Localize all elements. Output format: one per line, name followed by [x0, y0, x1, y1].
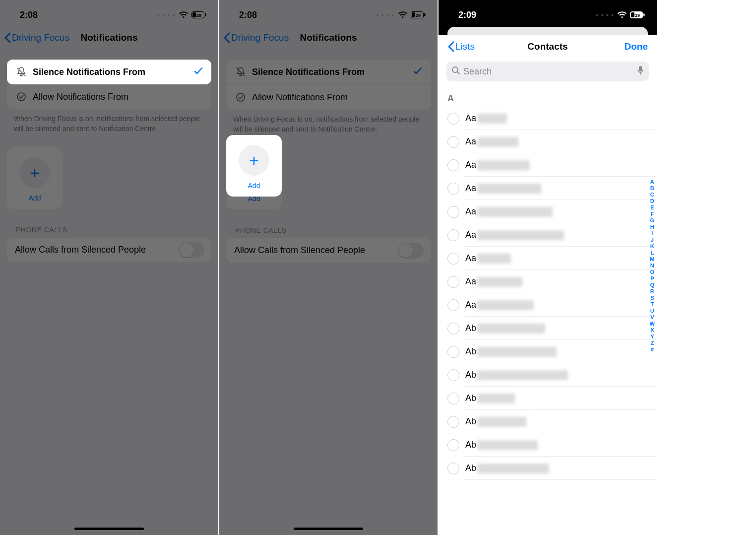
- silence-option-row[interactable]: Silence Notifications From: [226, 60, 431, 85]
- radio-unselected[interactable]: [447, 183, 459, 195]
- back-label: Driving Focus: [12, 32, 69, 43]
- alpha-letter[interactable]: S: [650, 295, 654, 301]
- status-bar: 2:08 • • • • 29: [0, 0, 218, 27]
- radio-unselected[interactable]: [447, 113, 459, 125]
- contacts-title: Contacts: [527, 41, 567, 52]
- alpha-letter[interactable]: K: [650, 243, 654, 249]
- contact-row[interactable]: Aa: [439, 293, 657, 317]
- alpha-letter[interactable]: C: [650, 192, 654, 198]
- contact-row[interactable]: Aa: [439, 177, 657, 200]
- alpha-letter[interactable]: D: [650, 198, 654, 204]
- allow-option-row[interactable]: Allow Notifications From: [7, 84, 211, 109]
- alpha-letter[interactable]: B: [650, 185, 654, 191]
- add-highlight[interactable]: + Add: [226, 135, 282, 197]
- toggle-switch[interactable]: [179, 242, 204, 258]
- back-button[interactable]: Driving Focus: [4, 32, 69, 43]
- contact-row[interactable]: Aa: [439, 223, 657, 247]
- svg-rect-11: [631, 12, 634, 17]
- back-label: Driving Focus: [231, 32, 289, 43]
- alpha-letter[interactable]: J: [651, 237, 654, 243]
- alpha-letter[interactable]: L: [650, 250, 654, 256]
- contact-name: Aa: [465, 136, 518, 147]
- panel-3: 2:09 • • • • 29 Lists Contacts Done Sear…: [439, 0, 657, 535]
- allow-calls-row[interactable]: Allow Calls from Silenced People: [7, 238, 211, 262]
- radio-unselected[interactable]: [447, 136, 459, 148]
- alpha-letter[interactable]: N: [650, 263, 654, 268]
- status-right: • • • • 29: [377, 11, 426, 18]
- contact-name: Aa: [465, 276, 522, 287]
- radio-unselected[interactable]: [447, 416, 459, 428]
- search-input[interactable]: Search: [446, 62, 649, 81]
- alpha-letter[interactable]: T: [650, 301, 654, 307]
- radio-unselected[interactable]: [447, 463, 459, 474]
- allow-option-row[interactable]: Allow Notifications From: [226, 85, 431, 110]
- alpha-letter[interactable]: A: [650, 179, 654, 185]
- status-time: 2:09: [458, 10, 476, 20]
- alpha-index[interactable]: ABCDEFGHIJKLMNOPQRSTUVWXYZ#: [650, 179, 655, 352]
- contact-row[interactable]: Aa: [439, 200, 657, 223]
- alpha-letter[interactable]: #: [651, 346, 654, 352]
- contact-row[interactable]: Aa: [439, 247, 657, 270]
- wifi-icon: [398, 11, 408, 18]
- alpha-letter[interactable]: O: [650, 269, 655, 275]
- add-person-card[interactable]: + Add: [7, 147, 63, 209]
- alpha-letter[interactable]: F: [650, 211, 654, 217]
- contact-name: Ab: [465, 393, 515, 403]
- alpha-letter[interactable]: Z: [650, 340, 654, 346]
- home-indicator: [294, 528, 363, 530]
- alpha-letter[interactable]: P: [650, 275, 654, 281]
- radio-unselected[interactable]: [447, 346, 459, 358]
- alpha-letter[interactable]: H: [650, 224, 654, 230]
- contact-row[interactable]: Aa: [439, 130, 657, 153]
- alpha-letter[interactable]: R: [650, 288, 654, 294]
- radio-unselected[interactable]: [447, 393, 459, 404]
- contact-row[interactable]: Ab: [439, 387, 657, 410]
- svg-text:29: 29: [196, 13, 201, 18]
- radio-unselected[interactable]: [447, 206, 459, 218]
- add-label: Add: [232, 182, 276, 190]
- radio-unselected[interactable]: [447, 439, 459, 451]
- alpha-letter[interactable]: X: [650, 327, 654, 333]
- contact-row[interactable]: Ab: [439, 433, 657, 457]
- alpha-letter[interactable]: W: [650, 321, 655, 327]
- sheet-behind: [439, 27, 657, 35]
- alpha-letter[interactable]: I: [651, 230, 653, 236]
- alpha-letter[interactable]: E: [650, 204, 654, 210]
- svg-rect-1: [192, 12, 196, 17]
- alpha-letter[interactable]: Q: [650, 282, 655, 288]
- alpha-letter[interactable]: U: [650, 308, 654, 314]
- toggle-switch[interactable]: [398, 243, 424, 259]
- contact-row[interactable]: Ab: [439, 340, 657, 363]
- alpha-letter[interactable]: Y: [650, 334, 654, 339]
- radio-unselected[interactable]: [447, 369, 459, 381]
- allow-calls-row[interactable]: Allow Calls from Silenced People: [226, 238, 431, 263]
- contacts-list[interactable]: AaAaAaAaAaAaAaAaAaAbAbAbAbAbAbAb: [439, 107, 657, 480]
- silence-highlight[interactable]: Silence Notifications From: [7, 60, 211, 84]
- contact-row[interactable]: Aa: [439, 107, 657, 130]
- alpha-letter[interactable]: M: [650, 256, 654, 262]
- contact-row[interactable]: Aa: [439, 153, 657, 177]
- contact-row[interactable]: Ab: [439, 410, 657, 433]
- contact-row[interactable]: Ab: [439, 363, 657, 387]
- radio-unselected[interactable]: [447, 323, 459, 334]
- svg-rect-7: [424, 13, 426, 16]
- alpha-letter[interactable]: G: [650, 217, 655, 223]
- radio-unselected[interactable]: [447, 229, 459, 241]
- radio-unselected[interactable]: [447, 276, 459, 288]
- radio-unselected[interactable]: [447, 159, 459, 171]
- contact-row[interactable]: Aa: [439, 270, 657, 293]
- plus-icon: +: [19, 157, 50, 188]
- contact-row[interactable]: Ab: [439, 457, 657, 480]
- done-button[interactable]: Done: [625, 41, 648, 52]
- contact-name: Ab: [465, 370, 568, 380]
- radio-unselected[interactable]: [447, 253, 459, 265]
- back-button[interactable]: Driving Focus: [223, 32, 289, 43]
- radio-unselected[interactable]: [447, 299, 459, 311]
- svg-rect-6: [412, 12, 415, 17]
- lists-back-button[interactable]: Lists: [447, 41, 475, 52]
- mic-icon[interactable]: [637, 66, 644, 78]
- contact-name: Ab: [465, 323, 545, 334]
- status-bar: 2:08 • • • • 29: [219, 0, 438, 27]
- alpha-letter[interactable]: V: [650, 314, 654, 320]
- contact-row[interactable]: Ab: [439, 317, 657, 340]
